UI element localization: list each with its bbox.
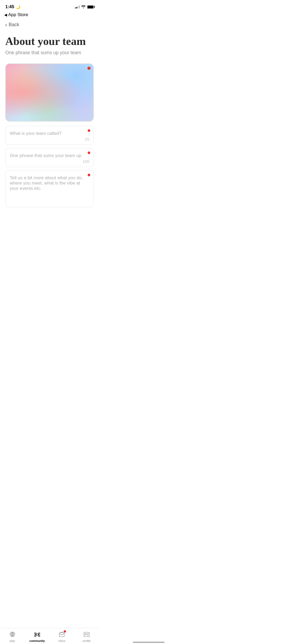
team-name-placeholder: What is your team called? — [10, 131, 62, 136]
back-button[interactable]: ‹ Back — [0, 19, 99, 30]
page-subtitle: One phrase that sums up your team — [5, 50, 94, 56]
app-store-label: App Store — [8, 12, 28, 17]
status-time: 1:45 — [5, 4, 14, 10]
moon-icon: 🌙 — [16, 5, 20, 9]
team-phrase-required-dot — [88, 151, 90, 154]
team-name-field[interactable]: What is your team called? 25 — [5, 126, 94, 145]
wifi-icon — [81, 5, 86, 9]
back-chevron-icon: ‹ — [5, 22, 7, 28]
page-title: About your team — [5, 35, 94, 47]
signal-icon — [75, 5, 80, 8]
team-phrase-field[interactable]: One phrase that sums your team up 100 — [5, 148, 94, 167]
team-description-placeholder: Tell us a bit more about what you do, wh… — [10, 175, 83, 191]
back-triangle-icon: ◀ — [4, 13, 7, 17]
status-left: 1:45 🌙 — [5, 4, 20, 10]
team-description-field[interactable]: Tell us a bit more about what you do, wh… — [5, 170, 94, 207]
photo-gradient-bg — [6, 64, 93, 121]
team-phrase-counter: 100 — [83, 159, 89, 164]
team-name-required-dot — [88, 129, 90, 132]
team-description-required-dot — [88, 174, 90, 176]
status-right — [75, 5, 94, 9]
add-photo-button[interactable]: Add Photo — [6, 121, 45, 122]
battery-icon — [87, 5, 94, 9]
photo-upload-area[interactable]: Add Photo — [5, 63, 94, 122]
main-content: About your team One phrase that sums up … — [0, 30, 99, 207]
back-label: Back — [9, 22, 19, 27]
team-phrase-placeholder: One phrase that sums your team up — [10, 153, 81, 158]
status-bar: 1:45 🌙 — [0, 0, 99, 12]
team-name-counter: 25 — [85, 137, 89, 141]
app-store-nav[interactable]: ◀ App Store — [0, 12, 99, 19]
